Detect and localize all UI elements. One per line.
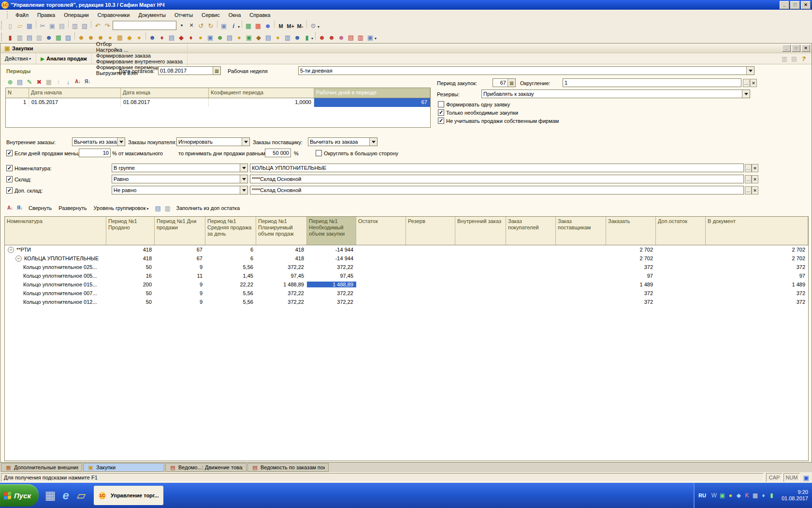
new-document-icon[interactable]: ▯ [6,22,14,30]
clear-search-icon[interactable]: ✕ [187,21,196,30]
value-cell[interactable]: -14 944 [307,255,356,261]
quick-launch-ie-icon[interactable]: e [58,487,73,504]
filter-checkbox-1[interactable] [6,176,13,182]
flag-icon[interactable]: ♦ [187,33,195,42]
coins-icon-3[interactable]: ● [235,33,244,42]
action-item-3[interactable]: Формирование внутреннего заказа [92,59,188,64]
quick-launch-icon-1[interactable]: ▦ [43,487,58,504]
quick-launch-folder-icon[interactable]: ▱ [74,487,88,504]
dropdown-arrow-icon[interactable] [240,175,247,183]
purchase-period-field[interactable]: 67 ▦ [493,78,516,87]
value-cell[interactable]: 418 [256,255,307,261]
table-row[interactable]: −КОЛЬЦА УПЛОТНИТЕЛЬНЫЕ418676418-14 9442 … [5,254,808,263]
dropdown-arrow-icon[interactable] [369,138,377,146]
value-cell[interactable]: 200 [106,282,155,287]
value-cell[interactable]: 97 [606,273,656,279]
dropdown-arrow-icon[interactable] [240,186,247,194]
dropdown-arrow-icon[interactable] [242,138,249,146]
nomenclature-cell[interactable]: Кольцо уплотнительное 015... [5,282,106,287]
filter-condition-combo-1[interactable]: Равно [112,175,248,183]
mdi-restore-button[interactable]: □ [792,45,800,52]
taskbar-app-button[interactable]: 1С Управление торг... [94,486,163,505]
filter-select-button-2[interactable]: … [745,186,752,194]
report-book-icon[interactable]: ▮ [6,33,14,42]
doc-check-icon[interactable]: ▤ [264,33,273,42]
calculator-picker-icon[interactable]: ▦ [508,79,515,87]
fill-from-extra-balance-button[interactable]: Заполнить из доп остатка [174,205,243,211]
find-next-icon[interactable]: ↻ [206,21,215,30]
person-pink-icon[interactable]: ☻ [337,33,346,42]
sort-desc-icon[interactable]: Я↓ [15,204,24,212]
value-cell[interactable]: 50 [106,290,155,296]
window-tab-1[interactable]: ▣Закупки [83,463,164,472]
save-icon[interactable]: ▦ [25,22,34,30]
analysis-col-header-7[interactable]: Резерв [406,217,455,245]
mdi-close-button[interactable]: ✕ [801,45,810,52]
sales-days-checkbox[interactable] [6,150,13,156]
window-tab-2[interactable]: ▤Ведомо...: Движение товара [165,463,246,472]
value-cell[interactable]: 67 [155,247,205,253]
search-dropdown-arrow-icon[interactable]: ▾ [177,21,186,30]
doc-red-icon-2[interactable]: ▥ [356,33,365,42]
print-table-icon[interactable]: ▥ [163,204,172,212]
analysis-col-header-0[interactable]: Номенклатура [5,217,106,245]
calendar-icon[interactable]: ▦ [254,21,262,30]
menu-item-отчеты[interactable]: Отчеты [170,11,197,19]
option-checkbox-0[interactable] [438,101,444,107]
collapse-button[interactable]: Свернуть [26,205,55,211]
menu-item-правка[interactable]: Правка [33,11,59,19]
tray-icon-2[interactable]: ▣ [719,492,726,499]
filter-select-button-0[interactable]: … [745,164,752,172]
filter-condition-combo-0[interactable]: В группе [112,164,248,172]
delete-row-icon[interactable]: ✖ [35,77,44,86]
actions-menu-button[interactable]: Действия ▾ [0,53,36,64]
close-button[interactable]: ✕ [801,1,811,9]
filter-value-field-1[interactable]: ****Склад Основной [250,175,744,183]
undo-icon[interactable]: ↶ [93,22,102,30]
add-row-icon[interactable]: ⊕ [6,77,14,86]
reserves-combo[interactable]: Прибавлять к заказу [481,90,750,98]
doc-blue-icon[interactable]: ▣ [366,33,375,42]
nomenclature-cell[interactable]: Кольцо уплотнительное 005... [5,273,106,279]
m-button[interactable]: M [276,22,285,30]
quick-search-input[interactable] [113,21,176,30]
value-cell[interactable]: 418 [106,255,155,261]
menu-item-справка[interactable]: Справка [245,11,275,19]
menu-item-документы[interactable]: Документы [134,11,170,19]
collapse-icon[interactable]: − [8,247,14,253]
keyboard-layout-indicator[interactable]: RU [698,493,706,498]
menu-item-операции[interactable]: Операции [59,11,93,19]
value-cell[interactable]: 1 489 [606,282,656,287]
analysis-col-header-5[interactable]: Период №1 Необходимый объем закупки [307,217,356,245]
value-cell[interactable]: 418 [106,247,155,253]
menu-item-окна[interactable]: Окна [224,11,246,19]
value-cell[interactable]: 2 702 [606,255,656,261]
dropdown-arrow-icon[interactable]: ▾ [375,36,377,41]
tray-icon-4[interactable]: ◆ [735,492,742,499]
analysis-col-header-4[interactable]: Период №1 Планируемый объем продаж [256,217,307,245]
periods-cell-1[interactable]: 01.05.2017 [29,98,121,107]
value-cell[interactable]: 1 488,89 [256,282,307,287]
doc-edit-icon[interactable]: ▨ [64,33,72,42]
m-plus-button[interactable]: M+ [286,22,295,30]
analysis-table[interactable]: НоменклатураПериод №1 ПроданоПериод №1 Д… [4,216,809,461]
analysis-col-header-13[interactable]: В документ [706,217,808,245]
cut-icon[interactable]: ✂ [38,22,47,30]
value-cell[interactable]: 372,22 [256,290,307,296]
filter-select-button-1[interactable]: … [745,175,752,183]
sort-asc-icon[interactable]: А↓ [73,77,82,86]
print-icon[interactable]: ▥ [71,22,79,30]
periods-col-header-4[interactable]: Рабочих дней в периоде [314,88,430,98]
value-cell[interactable]: 9 [155,282,205,287]
start-button[interactable]: Пуск [0,484,39,507]
doc-red-icon[interactable]: ▤ [347,33,355,42]
percent-of-max-field[interactable]: 10 [79,149,111,157]
dropdown-arrow-icon[interactable]: ▾ [311,36,313,41]
value-cell[interactable]: 1,45 [205,273,256,279]
value-cell[interactable]: 1 488,89 [307,282,356,287]
battery-icon[interactable]: ▮ [303,33,311,42]
coins-icon-4[interactable]: ● [274,33,282,42]
person-doc-icon[interactable]: ☻ [293,33,302,42]
round-up-checkbox[interactable] [316,150,322,156]
work-week-combo[interactable]: 5-ти дневная [298,66,754,75]
